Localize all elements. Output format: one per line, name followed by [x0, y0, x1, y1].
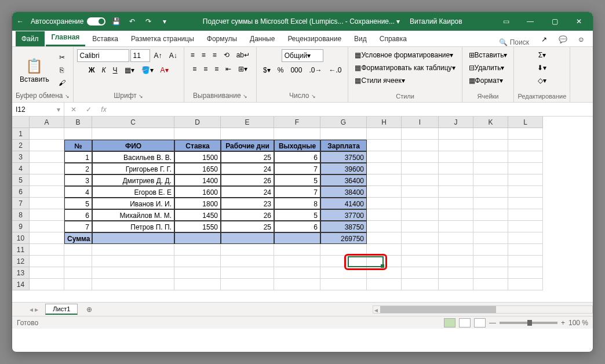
empty-cell[interactable]: [30, 256, 64, 267]
table-cell[interactable]: Петров П. П.: [92, 221, 174, 232]
table-cell[interactable]: 24: [221, 186, 274, 198]
table-cell[interactable]: 1: [64, 151, 92, 163]
table-cell[interactable]: 1800: [174, 198, 221, 209]
decrease-font-icon[interactable]: A↓: [166, 50, 180, 61]
empty-cell[interactable]: [473, 151, 508, 163]
column-header[interactable]: H: [367, 117, 402, 128]
table-cell[interactable]: 7: [274, 186, 320, 198]
back-icon[interactable]: ←: [14, 17, 26, 26]
ribbon-options-icon[interactable]: ▭: [494, 12, 517, 31]
empty-cell[interactable]: [367, 174, 402, 186]
empty-cell[interactable]: [473, 256, 508, 267]
clear-icon[interactable]: ◇▾: [535, 75, 549, 86]
currency-icon[interactable]: $▾: [260, 64, 274, 76]
align-left-icon[interactable]: ≡: [189, 63, 199, 75]
column-header[interactable]: C: [92, 117, 174, 128]
row-header[interactable]: 12: [12, 256, 30, 267]
empty-cell[interactable]: [64, 279, 92, 290]
tab-data[interactable]: Данные: [244, 31, 280, 46]
minimize-icon[interactable]: —: [519, 12, 542, 31]
empty-cell[interactable]: [439, 186, 473, 198]
sheet-tab[interactable]: Лист1: [45, 304, 78, 315]
zoom-slider[interactable]: [500, 322, 557, 324]
table-cell[interactable]: 6: [274, 221, 320, 232]
empty-cell[interactable]: [30, 174, 64, 186]
empty-cell[interactable]: [402, 140, 439, 151]
empty-cell[interactable]: [30, 186, 64, 198]
empty-cell[interactable]: [221, 279, 274, 290]
empty-cell[interactable]: [473, 267, 508, 279]
accept-formula-icon[interactable]: ✓: [82, 105, 96, 114]
underline-button[interactable]: Ч: [110, 64, 121, 76]
insert-cells-button[interactable]: ⊞ Вставить ▾: [466, 49, 511, 61]
launcher-icon[interactable]: ↘: [311, 93, 316, 99]
align-center-icon[interactable]: ≡: [201, 63, 210, 75]
table-cell[interactable]: 2: [64, 163, 92, 174]
table-cell[interactable]: Васильев В. В.: [92, 151, 174, 163]
cell-styles-button[interactable]: ▦ Стили ячеек ▾: [352, 75, 407, 86]
column-header[interactable]: J: [439, 117, 473, 128]
table-cell[interactable]: 4: [64, 186, 92, 198]
table-cell[interactable]: 36400: [320, 174, 367, 186]
tab-help[interactable]: Справка: [374, 31, 413, 46]
delete-cells-button[interactable]: ⊟ Удалить ▾: [466, 62, 508, 74]
empty-cell[interactable]: [402, 209, 439, 221]
empty-cell[interactable]: [367, 256, 402, 267]
row-header[interactable]: 13: [12, 267, 30, 279]
qat-dropdown-icon[interactable]: ▾: [159, 17, 170, 26]
comments-button[interactable]: 💬: [555, 32, 571, 46]
row-header[interactable]: 1: [12, 128, 30, 140]
view-break-icon[interactable]: [474, 318, 486, 327]
empty-cell[interactable]: [508, 221, 543, 232]
bold-button[interactable]: Ж: [86, 64, 98, 76]
add-sheet-icon[interactable]: ⊕: [82, 305, 96, 314]
empty-cell[interactable]: [64, 256, 92, 267]
empty-cell[interactable]: [64, 128, 92, 140]
autosum-icon[interactable]: Σ▾: [535, 49, 549, 61]
column-header[interactable]: K: [473, 117, 508, 128]
column-header[interactable]: D: [174, 117, 221, 128]
table-cell[interactable]: Иванов И. И.: [92, 198, 174, 209]
row-header[interactable]: 8: [12, 209, 30, 221]
emoji-button[interactable]: ☺: [573, 32, 589, 46]
tab-insert[interactable]: Вставка: [86, 31, 124, 46]
close-icon[interactable]: ✕: [567, 12, 591, 31]
merge-cells-icon[interactable]: ⊞▾: [235, 63, 250, 75]
empty-cell[interactable]: [174, 267, 221, 279]
table-cell[interactable]: 23: [221, 198, 274, 209]
empty-cell[interactable]: [221, 256, 274, 267]
table-cell[interactable]: 38400: [320, 186, 367, 198]
empty-cell[interactable]: [367, 163, 402, 174]
empty-cell[interactable]: [439, 198, 473, 209]
table-cell[interactable]: 24: [221, 163, 274, 174]
empty-cell[interactable]: [439, 140, 473, 151]
empty-cell[interactable]: [508, 151, 543, 163]
empty-cell[interactable]: [473, 279, 508, 290]
empty-cell[interactable]: [439, 267, 473, 279]
empty-cell[interactable]: [473, 128, 508, 140]
zoom-level[interactable]: 100 %: [568, 319, 588, 327]
table-cell[interactable]: 5: [274, 209, 320, 221]
paste-button[interactable]: 📋 Вставить: [16, 54, 53, 86]
empty-cell[interactable]: [402, 279, 439, 290]
empty-cell[interactable]: [402, 128, 439, 140]
table-cell[interactable]: 3: [64, 174, 92, 186]
empty-cell[interactable]: [473, 244, 508, 256]
empty-cell[interactable]: [30, 209, 64, 221]
dec-dec-icon[interactable]: ←.0: [326, 64, 344, 76]
empty-cell[interactable]: [174, 128, 221, 140]
empty-cell[interactable]: [30, 140, 64, 151]
table-cell[interactable]: 7: [64, 221, 92, 232]
empty-cell[interactable]: [30, 244, 64, 256]
borders-button[interactable]: ▦▾: [122, 64, 137, 76]
maximize-icon[interactable]: ▢: [543, 12, 566, 31]
table-cell[interactable]: Дмитриев Д. Д.: [92, 174, 174, 186]
conditional-formatting-button[interactable]: ▦ Условное форматирование ▾: [352, 49, 456, 61]
select-all-button[interactable]: [12, 117, 30, 128]
table-cell[interactable]: 5: [64, 198, 92, 209]
empty-cell[interactable]: [508, 256, 543, 267]
empty-cell[interactable]: [402, 256, 439, 267]
tab-formulas[interactable]: Формулы: [201, 31, 243, 46]
row-header[interactable]: 6: [12, 186, 30, 198]
name-box[interactable]: I12▾: [12, 103, 64, 116]
